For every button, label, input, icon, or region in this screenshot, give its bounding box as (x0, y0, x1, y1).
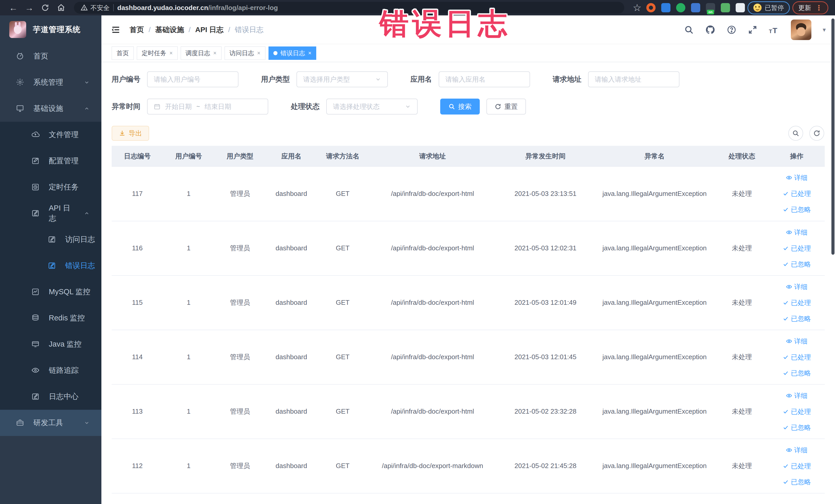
refresh-icon (495, 103, 501, 110)
browser-update-button[interactable]: 更新 ⋮ (792, 1, 828, 14)
sidebar-item-system-management[interactable]: 系统管理 (0, 69, 101, 96)
action-link-已处理[interactable]: 已处理 (771, 240, 823, 256)
sidebar-item-trace[interactable]: 链路追踪 (0, 357, 101, 384)
action-link-已忽略[interactable]: 已忽略 (771, 420, 823, 436)
exception-time-label: 异常时间 (111, 102, 140, 112)
tab-首页[interactable]: 首页 (111, 46, 134, 60)
browser-reload-icon[interactable] (39, 1, 52, 14)
sidebar-item-home[interactable]: 首页 (0, 43, 101, 69)
extension-icon[interactable] (691, 3, 700, 12)
table-cell: /api/infra/db-doc/export-html (368, 276, 497, 330)
refresh-table-button[interactable] (809, 126, 824, 141)
table-cell: 1 (163, 330, 214, 384)
not-secure-indicator[interactable]: 不安全 (81, 4, 109, 12)
browser-menu-kebab-icon[interactable]: ⋮ (815, 4, 822, 12)
table-cell: GET (317, 330, 368, 384)
toggle-search-button[interactable] (788, 126, 803, 141)
breadcrumb-separator: / (149, 26, 151, 34)
table-cell: 未处理 (715, 439, 769, 493)
extension-icon[interactable] (721, 3, 730, 12)
action-link-已忽略[interactable]: 已忽略 (771, 256, 823, 272)
action-link-详细[interactable]: 详细 (771, 224, 823, 240)
close-tab-icon[interactable]: × (169, 50, 173, 57)
action-link-已处理[interactable]: 已处理 (771, 295, 823, 311)
fullscreen-icon[interactable] (748, 25, 757, 35)
browser-home-icon[interactable] (55, 1, 68, 14)
app-name-input[interactable]: 请输入应用名 (439, 72, 530, 87)
action-link-已处理[interactable]: 已处理 (771, 186, 823, 202)
breadcrumb-item[interactable]: 基础设施 (155, 25, 184, 35)
page-scrollbar[interactable] (831, 19, 834, 255)
sidebar-item-config-management[interactable]: 配置管理 (0, 148, 101, 174)
github-icon[interactable] (705, 25, 715, 35)
sidebar-item-infrastructure[interactable]: 基础设施 (0, 96, 101, 122)
user-id-input[interactable]: 请输入用户编号 (147, 72, 239, 87)
tab-调度日志[interactable]: 调度日志× (181, 46, 222, 60)
request-url-input[interactable]: 请输入请求地址 (588, 72, 679, 87)
action-link-详细[interactable]: 详细 (771, 388, 823, 404)
search-button[interactable]: 搜索 (440, 99, 480, 115)
user-avatar[interactable] (791, 20, 811, 40)
close-tab-icon[interactable]: × (308, 50, 312, 57)
action-link-已处理[interactable]: 已处理 (771, 458, 823, 474)
browser-back-icon[interactable]: ← (7, 1, 20, 14)
bookmark-star-icon[interactable]: ☆ (630, 1, 644, 14)
eye-icon (786, 229, 792, 236)
address-bar[interactable]: 不安全 dashboard.yudao.iocoder.cn/infra/log… (74, 2, 624, 14)
sidebar-item-log-center[interactable]: 日志中心 (0, 384, 101, 410)
profile-paused-badge[interactable]: 已暂停 (748, 1, 790, 14)
help-icon[interactable] (727, 25, 736, 35)
process-status-select[interactable]: 请选择处理状态 (326, 99, 418, 115)
action-link-详细[interactable]: 详细 (771, 442, 823, 458)
table-cell: 116 (111, 221, 163, 276)
breadcrumb-item[interactable]: 首页 (130, 25, 144, 35)
extension-icon[interactable] (646, 3, 656, 12)
action-link-已忽略[interactable]: 已忽略 (771, 474, 823, 490)
close-tab-icon[interactable]: × (213, 50, 217, 57)
action-link-详细[interactable]: 详细 (771, 279, 823, 295)
sidebar-item-file-management[interactable]: 文件管理 (0, 122, 101, 148)
extension-icon[interactable] (661, 3, 670, 12)
sidebar-item-redis-monitor[interactable]: Redis 监控 (0, 305, 101, 331)
extension-icon[interactable]: on (706, 3, 715, 12)
tab-访问日志[interactable]: 访问日志× (225, 46, 265, 60)
user-type-select[interactable]: 请选择用户类型 (297, 72, 388, 87)
tab-错误日志[interactable]: 错误日志× (268, 46, 317, 60)
font-size-icon[interactable]: TT (769, 25, 779, 35)
column-header-请求方法名: 请求方法名 (317, 146, 368, 167)
action-link-已忽略[interactable]: 已忽略 (771, 202, 823, 218)
reset-button[interactable]: 重置 (486, 99, 526, 115)
action-link-已忽略[interactable]: 已忽略 (771, 311, 823, 327)
app-logo-row[interactable]: 芋道管理系统 (0, 15, 101, 43)
export-button[interactable]: 导出 (111, 126, 149, 141)
tags-view-bar: 首页定时任务×调度日志×访问日志×错误日志× (101, 44, 835, 62)
sidebar-collapse-icon[interactable] (110, 25, 121, 35)
action-link-详细[interactable]: 详细 (771, 170, 823, 186)
action-link-已忽略[interactable]: 已忽略 (771, 365, 823, 381)
sidebar-item-error-log[interactable]: 错误日志 (0, 253, 101, 279)
sidebar-item-api-log[interactable]: API 日志 (0, 200, 101, 226)
extension-icon[interactable] (736, 3, 745, 12)
extension-icon[interactable] (676, 3, 685, 12)
sidebar-item-access-log[interactable]: 访问日志 (0, 226, 101, 253)
request-url-label: 请求地址 (553, 75, 582, 84)
action-link-已处理[interactable]: 已处理 (771, 404, 823, 420)
breadcrumb-separator: / (228, 26, 230, 34)
search-icon[interactable] (684, 25, 694, 35)
sidebar-item-java-monitor[interactable]: Java 监控 (0, 331, 101, 357)
chevron-down-icon (84, 420, 89, 426)
action-link-详细[interactable]: 详细 (771, 333, 823, 349)
sidebar-item-dev-tools[interactable]: 研发工具 (0, 410, 101, 436)
sidebar-item-mysql-monitor[interactable]: MySQL 监控 (0, 279, 101, 305)
action-link-已处理[interactable]: 已处理 (771, 349, 823, 365)
close-tab-icon[interactable]: × (257, 50, 261, 57)
tab-定时任务[interactable]: 定时任务× (137, 46, 178, 60)
user-menu-caret-icon[interactable]: ▾ (823, 26, 826, 33)
sidebar-item-scheduled-tasks[interactable]: 定时任务 (0, 174, 101, 200)
table-cell-actions: 详细已处理已忽略 (769, 439, 825, 493)
exception-time-range-picker[interactable]: 开始日期 ~ 结束日期 (147, 99, 268, 115)
browser-forward-icon[interactable]: → (23, 1, 36, 14)
file-management-icon (31, 130, 40, 139)
breadcrumb-item[interactable]: API 日志 (195, 25, 224, 35)
app-logo-rabbit-image (9, 21, 26, 38)
